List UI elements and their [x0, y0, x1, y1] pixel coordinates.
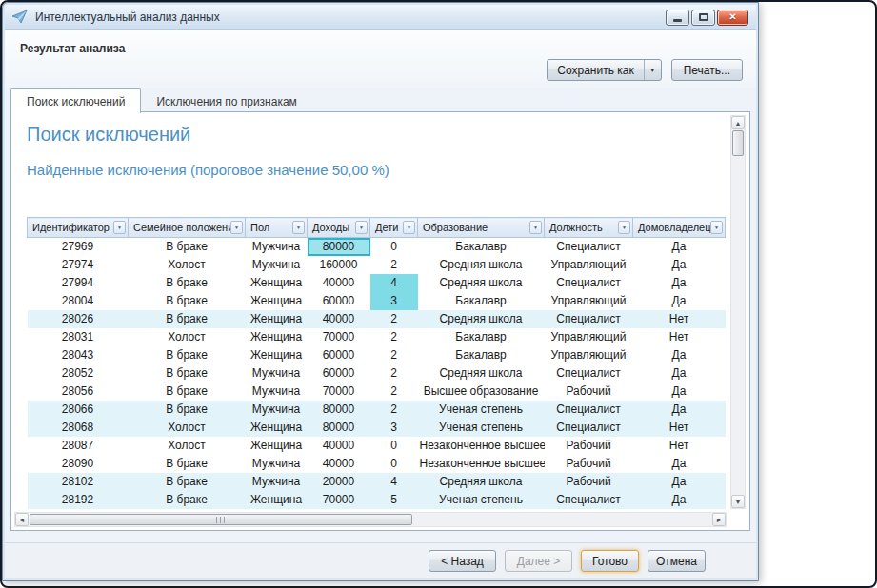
table-cell: Холост	[129, 256, 246, 274]
table-cell: Мужчина	[246, 382, 308, 401]
horizontal-scroll-thumb[interactable]	[30, 514, 412, 525]
table-cell: 0	[370, 437, 418, 455]
outlier-cell: 80000	[308, 238, 370, 256]
app-icon	[12, 10, 30, 25]
table-row[interactable]: 28192В бракеЖенщина700005Ученая степеньС…	[28, 491, 726, 509]
table-cell: В браке	[129, 364, 246, 382]
table-cell: В браке	[129, 455, 246, 473]
table-row[interactable]: 27974ХолостМужчина1600002Средняя школаУп…	[28, 256, 726, 274]
back-button[interactable]: < Назад	[429, 550, 496, 572]
table-cell: Рабочий	[545, 382, 633, 401]
save-as-label[interactable]: Сохранить как	[548, 60, 643, 80]
save-as-button[interactable]: Сохранить как ▼	[547, 59, 661, 81]
column-filter-button[interactable]: ▼	[355, 221, 368, 234]
table-cell: Холост	[129, 437, 246, 455]
table-cell: Женщина	[246, 346, 308, 364]
table-cell: 28090	[28, 455, 129, 473]
column-filter-button[interactable]: ▼	[529, 221, 542, 234]
table-cell: 60000	[308, 292, 370, 310]
scroll-left-icon: ◄	[19, 517, 26, 523]
minimize-button[interactable]	[666, 10, 689, 26]
table-cell: 28066	[28, 401, 129, 419]
table-cell: Специалист	[545, 238, 633, 256]
column-filter-button[interactable]: ▼	[292, 221, 305, 234]
column-filter-button[interactable]: ▼	[403, 221, 415, 234]
close-button[interactable]: ✕	[717, 10, 748, 26]
table-cell: 70000	[308, 328, 370, 346]
footer: < Назад Далее > Готово Отмена	[5, 542, 756, 578]
table-row[interactable]: 28026В бракеЖенщина400002Средняя школаСп…	[28, 310, 726, 328]
table-row[interactable]: 28056В бракеМужчина700002Высшее образова…	[28, 382, 726, 401]
table-cell: 0	[370, 455, 418, 473]
table-cell: Управляющий	[545, 328, 633, 346]
column-filter-button[interactable]: ▼	[230, 221, 243, 234]
cancel-button[interactable]: Отмена	[648, 550, 706, 572]
column-header-label: Семейное положение	[133, 222, 239, 233]
scroll-down-button[interactable]: ▼	[731, 495, 745, 508]
table-row[interactable]: 28052В бракеМужчина600002Средняя школаСп…	[28, 364, 726, 382]
table-cell: Высшее образование	[418, 382, 545, 401]
maximize-button[interactable]	[691, 10, 715, 26]
finish-button[interactable]: Готово	[581, 550, 639, 572]
tab-outliers-by-attribute[interactable]: Исключения по признакам	[141, 90, 311, 112]
maximize-icon	[699, 13, 708, 21]
column-filter-button[interactable]: ▼	[618, 221, 630, 234]
table-row[interactable]: 28068ХолостЖенщина800003Ученая степеньСп…	[28, 419, 726, 437]
tabstrip: Поиск исключений Исключения по признакам	[10, 88, 750, 112]
table-cell: Нет	[633, 328, 726, 346]
table-row[interactable]: 28102В бракеМужчина200004Средняя школаРа…	[28, 473, 726, 491]
table-cell: 27994	[28, 274, 129, 292]
column-header-6: Должность▼	[545, 218, 633, 238]
column-filter-button[interactable]: ▼	[113, 221, 126, 234]
tab-outlier-search[interactable]: Поиск исключений	[10, 88, 141, 113]
table-row[interactable]: 28066В бракеМужчина800002Ученая степеньС…	[28, 401, 726, 419]
table-cell: В браке	[129, 401, 246, 419]
save-as-dropdown-button[interactable]: ▼	[644, 60, 661, 80]
column-header-2: Пол▼	[246, 218, 308, 238]
table-cell: 2	[370, 328, 418, 346]
table-cell: Холост	[129, 419, 246, 437]
screen-frame: Интеллектуальный анализ данных ✕ Результ…	[0, 0, 877, 588]
column-header-1: Семейное положение▼	[129, 218, 246, 238]
table-cell: Управляющий	[545, 346, 633, 364]
table-row[interactable]: 27994В бракеЖенщина400004Средняя школаСп…	[28, 274, 726, 292]
table-cell: Женщина	[246, 328, 308, 346]
table-row[interactable]: 28031ХолостЖенщина700002БакалаврУправляю…	[28, 328, 726, 346]
minimize-icon	[673, 19, 682, 22]
table-cell: Нет	[633, 419, 726, 437]
table-row[interactable]: 28090В бракеМужчина400000Незаконченное в…	[28, 455, 726, 473]
scroll-right-button[interactable]: ►	[712, 513, 726, 526]
table-cell: Рабочий	[545, 455, 633, 473]
table-cell: Специалист	[545, 364, 633, 382]
vertical-scroll-thumb[interactable]	[732, 130, 744, 156]
table-row[interactable]: 27969В бракеМужчина800000БакалаврСпециал…	[28, 238, 726, 256]
column-filter-button[interactable]: ▼	[710, 221, 723, 234]
table-cell: Средняя школа	[418, 364, 545, 382]
table-cell: 2	[370, 310, 418, 328]
table-row[interactable]: 28004В бракеЖенщина600003БакалаврУправля…	[28, 292, 726, 310]
table-cell: Да	[633, 364, 726, 382]
dialog-window: Интеллектуальный анализ данных ✕ Результ…	[2, 2, 759, 581]
dialog-header: Результат анализа Сохранить как ▼ Печать…	[5, 30, 756, 88]
table-cell: Мужчина	[246, 238, 308, 256]
table-row[interactable]: 28043В бракеЖенщина600002БакалаврУправля…	[28, 346, 726, 364]
table-cell: Холост	[129, 328, 246, 346]
table-cell: 27969	[28, 238, 129, 256]
outlier-cell: 40000	[308, 310, 370, 328]
table-cell: Мужчина	[246, 473, 308, 491]
titlebar[interactable]: Интеллектуальный анализ данных ✕	[5, 5, 756, 30]
scroll-up-button[interactable]: ▲	[731, 116, 745, 129]
print-button[interactable]: Печать...	[671, 59, 743, 81]
table-row[interactable]: 28087ХолостЖенщина400000Незаконченное вы…	[28, 437, 726, 455]
scroll-down-icon: ▼	[735, 499, 742, 505]
table-cell: Бакалавр	[418, 292, 545, 310]
table-cell: 28004	[28, 292, 129, 310]
content-heading: Поиск исключений	[27, 124, 190, 146]
outlier-cell: 20000	[308, 473, 370, 491]
table-cell: Специалист	[545, 491, 633, 509]
table-cell: 2	[370, 364, 418, 382]
horizontal-scrollbar[interactable]: ◄ ►	[14, 512, 727, 527]
table-cell: 2	[370, 256, 418, 274]
scroll-left-button[interactable]: ◄	[15, 513, 29, 526]
vertical-scrollbar[interactable]: ▲ ▼	[730, 115, 746, 509]
